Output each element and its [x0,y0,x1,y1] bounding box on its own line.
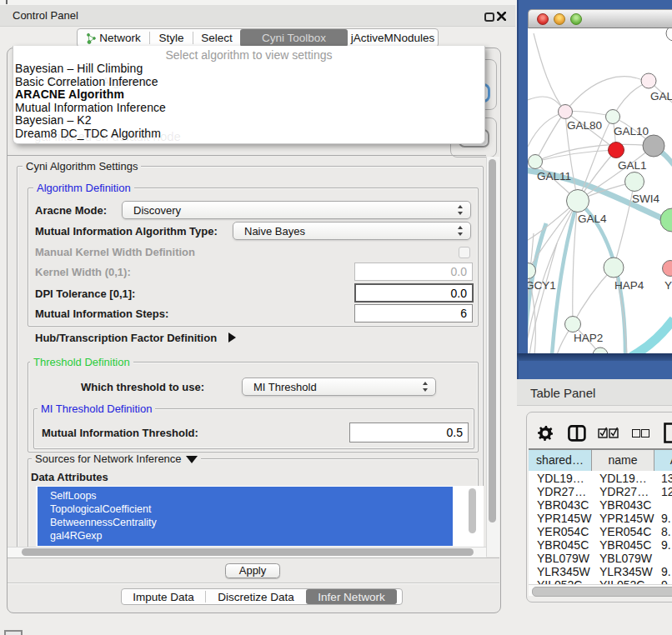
svg-text:HAP4: HAP4 [614,279,644,292]
svg-text:GAL10: GAL10 [614,125,649,138]
svg-text:GCY1: GCY1 [528,279,556,292]
svg-text:Y: Y [664,279,672,292]
svg-text:GAL7: GAL7 [650,90,672,102]
svg-text:SWI4: SWI4 [632,192,659,205]
svg-text:GAL11: GAL11 [537,170,571,182]
svg-text:HAP2: HAP2 [574,332,603,344]
svg-text:GAL80: GAL80 [567,119,602,132]
svg-text:GAL1: GAL1 [618,159,647,172]
svg-text:GAL4: GAL4 [578,212,607,225]
